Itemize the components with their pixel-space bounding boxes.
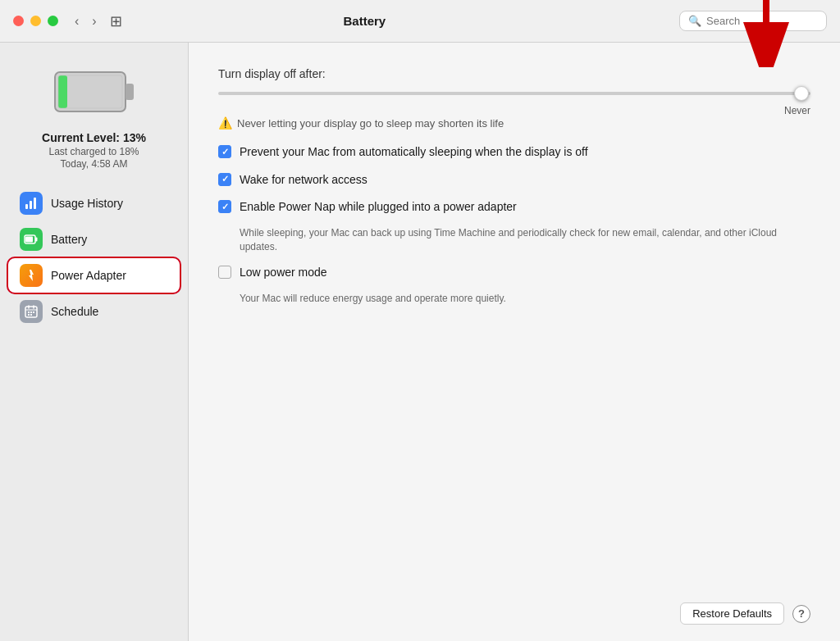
usage-history-icon	[20, 192, 43, 215]
low-power-wrapper: Low power mode	[218, 265, 327, 281]
sidebar-item-battery[interactable]: Battery	[8, 222, 180, 257]
svg-rect-8	[34, 198, 36, 209]
svg-rect-20	[28, 314, 30, 316]
battery-nav-label: Battery	[51, 233, 87, 246]
battery-icon-container	[53, 67, 135, 120]
option-prevent-sleep: Prevent your Mac from automatically slee…	[218, 144, 810, 161]
search-input[interactable]	[706, 15, 813, 27]
slider-never-label: Never	[784, 105, 810, 116]
svg-rect-4	[58, 75, 67, 108]
svg-rect-21	[30, 314, 32, 316]
svg-rect-17	[28, 311, 30, 313]
power-nap-wrapper: Enable Power Nap while plugged into a po…	[218, 199, 517, 216]
battery-charged: Last charged to 18%	[42, 146, 146, 157]
main-container: Current Level: 13% Last charged to 18% T…	[0, 43, 840, 641]
option-power-nap: Enable Power Nap while plugged into a po…	[218, 199, 810, 253]
option-low-power: Low power mode Your Mac will reduce ener…	[218, 265, 810, 305]
svg-rect-3	[126, 84, 134, 100]
search-bar: 🔍	[679, 11, 827, 31]
close-button[interactable]	[13, 16, 24, 26]
low-power-label: Low power mode	[240, 265, 327, 281]
prevent-sleep-label: Prevent your Mac from automatically slee…	[240, 144, 588, 161]
low-power-checkbox[interactable]	[218, 266, 231, 279]
power-adapter-icon	[20, 264, 43, 287]
wake-network-wrapper: Wake for network access	[218, 172, 368, 189]
slider-thumb[interactable]	[794, 86, 809, 101]
svg-rect-6	[25, 204, 28, 209]
warning-icon: ⚠️	[218, 116, 232, 130]
sidebar-item-usage-history[interactable]: Usage History	[8, 186, 180, 220]
restore-defaults-button[interactable]: Restore Defaults	[680, 602, 784, 625]
svg-rect-11	[25, 237, 33, 243]
battery-graphic	[53, 67, 135, 116]
prevent-sleep-wrapper: Prevent your Mac from automatically slee…	[218, 144, 588, 161]
svg-rect-19	[33, 311, 34, 313]
prevent-sleep-checkbox[interactable]	[218, 145, 231, 158]
svg-rect-18	[30, 311, 32, 313]
warning-text: Never letting your display go to sleep m…	[237, 117, 504, 130]
low-power-sublabel: Your Mac will reduce energy usage and op…	[240, 292, 506, 306]
title-bar: ‹ › ⊞ Battery 🔍	[0, 0, 840, 43]
bottom-bar: Restore Defaults ?	[218, 586, 810, 625]
sidebar-item-power-adapter[interactable]: Power Adapter	[8, 258, 180, 293]
battery-time: Today, 4:58 AM	[42, 158, 146, 170]
schedule-label: Schedule	[51, 305, 98, 318]
battery-level: Current Level: 13%	[42, 131, 146, 144]
minimize-button[interactable]	[30, 16, 41, 26]
sidebar-nav: Usage History Battery	[0, 186, 188, 330]
option-wake-network: Wake for network access	[218, 172, 810, 189]
warning-row: ⚠️ Never letting your display go to slee…	[218, 116, 810, 130]
help-button[interactable]: ?	[792, 605, 810, 623]
slider-section-label: Turn display off after:	[218, 67, 810, 80]
svg-rect-10	[35, 238, 38, 242]
battery-nav-icon	[20, 228, 43, 251]
power-nap-label: Enable Power Nap while plugged into a po…	[240, 199, 517, 216]
battery-info: Current Level: 13% Last charged to 18% T…	[42, 131, 146, 170]
svg-rect-7	[30, 201, 32, 209]
content-panel: Turn display off after: Never ⚠️ Never l…	[189, 43, 840, 641]
schedule-icon	[20, 300, 43, 323]
sidebar-item-schedule[interactable]: Schedule	[8, 294, 180, 329]
power-nap-sublabel: While sleeping, your Mac can back up usi…	[240, 226, 810, 254]
wake-network-label: Wake for network access	[240, 172, 368, 189]
wake-network-checkbox[interactable]	[218, 173, 231, 186]
search-icon: 🔍	[688, 15, 701, 27]
power-adapter-label: Power Adapter	[51, 269, 126, 282]
slider-container[interactable]	[218, 92, 810, 95]
sidebar: Current Level: 13% Last charged to 18% T…	[0, 43, 189, 641]
svg-marker-12	[29, 270, 34, 281]
window-title: Battery	[50, 14, 679, 28]
slider-labels: Never	[218, 105, 810, 116]
power-nap-checkbox[interactable]	[218, 200, 231, 213]
slider-track	[218, 92, 810, 95]
usage-history-label: Usage History	[51, 197, 123, 210]
